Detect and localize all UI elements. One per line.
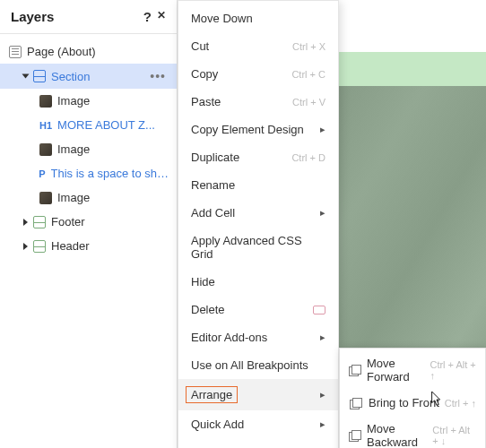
menu-add-cell[interactable]: Add Cell▸ — [178, 199, 338, 227]
tree-item-section[interactable]: Section ••• — [0, 64, 177, 89]
tree-item-image[interactable]: Image — [0, 89, 177, 113]
chevron-right-icon: ▸ — [320, 207, 325, 219]
menu-cut[interactable]: CutCtrl + X — [178, 32, 338, 60]
menu-paste[interactable]: PasteCtrl + V — [178, 88, 338, 116]
tree-item-heading[interactable]: H1 MORE ABOUT Z... — [0, 113, 177, 137]
menu-add-anchor[interactable]: Add Anchor — [178, 438, 338, 448]
page-icon — [9, 46, 22, 58]
caret-down-icon — [22, 74, 30, 79]
layer-front-icon — [349, 397, 361, 409]
image-thumb-icon — [39, 95, 52, 108]
help-icon[interactable]: ? — [143, 9, 152, 24]
tree-item-page[interactable]: Page (About) — [0, 39, 177, 64]
submenu-move-forward[interactable]: Move Forward Ctrl + Alt + ↑ — [340, 350, 485, 390]
chevron-right-icon: ▸ — [320, 124, 325, 135]
tree-item-image[interactable]: Image — [0, 137, 177, 161]
chevron-right-icon: ▸ — [320, 418, 325, 430]
chevron-right-icon: ▸ — [320, 332, 325, 343]
menu-duplicate[interactable]: DuplicateCtrl + D — [178, 143, 338, 171]
section-icon — [33, 70, 46, 82]
more-icon[interactable]: ••• — [150, 69, 169, 83]
caret-right-icon — [23, 219, 28, 226]
menu-delete[interactable]: Delete — [178, 296, 338, 323]
menu-rename[interactable]: Rename — [178, 171, 338, 199]
image-thumb-icon — [39, 143, 52, 156]
menu-breakpoints[interactable]: Use on All Breakpoints — [178, 351, 338, 379]
arrange-submenu: Move Forward Ctrl + Alt + ↑ Bring to Fro… — [339, 348, 486, 448]
tree-item-paragraph[interactable]: P This is a space to sha... — [0, 161, 177, 185]
tree-item-header[interactable]: Header — [0, 234, 177, 258]
cursor-pointer-icon — [429, 391, 445, 411]
tree-item-footer[interactable]: Footer — [0, 210, 177, 234]
menu-apply-grid[interactable]: Apply Advanced CSS Grid — [178, 227, 338, 268]
tree-item-image[interactable]: Image — [0, 185, 177, 210]
menu-arrange[interactable]: Arrange▸ — [178, 379, 338, 410]
layers-title: Layers — [11, 9, 54, 24]
menu-copy-design[interactable]: Copy Element Design▸ — [178, 116, 338, 143]
image-thumb-icon — [39, 192, 52, 204]
h1-badge: H1 — [39, 120, 52, 131]
section-icon — [33, 216, 46, 228]
menu-quick-add[interactable]: Quick Add▸ — [178, 410, 338, 438]
layers-tree: Page (About) Section ••• Image H1 MORE A… — [0, 34, 177, 263]
p-badge: P — [39, 168, 45, 179]
delete-icon — [313, 306, 325, 314]
menu-move-down[interactable]: Move Down — [178, 4, 338, 32]
section-icon — [33, 240, 46, 253]
menu-addons[interactable]: Editor Add-ons▸ — [178, 323, 338, 351]
layer-backward-icon — [349, 429, 360, 442]
layers-panel: Layers ? ✕ Page (About) Section ••• Imag… — [0, 0, 178, 448]
submenu-move-backward[interactable]: Move Backward Ctrl + Alt + ↓ — [340, 416, 485, 448]
chevron-right-icon: ▸ — [320, 389, 325, 401]
context-menu: Move Down CutCtrl + X CopyCtrl + C Paste… — [178, 0, 339, 448]
menu-copy[interactable]: CopyCtrl + C — [178, 60, 338, 88]
submenu-bring-to-front[interactable]: Bring to Front Ctrl + ↑ — [340, 390, 485, 416]
layers-header: Layers ? ✕ — [0, 0, 177, 34]
layer-forward-icon — [349, 364, 360, 376]
close-icon[interactable]: ✕ — [157, 9, 166, 24]
caret-right-icon — [23, 243, 28, 250]
menu-hide[interactable]: Hide — [178, 268, 338, 296]
